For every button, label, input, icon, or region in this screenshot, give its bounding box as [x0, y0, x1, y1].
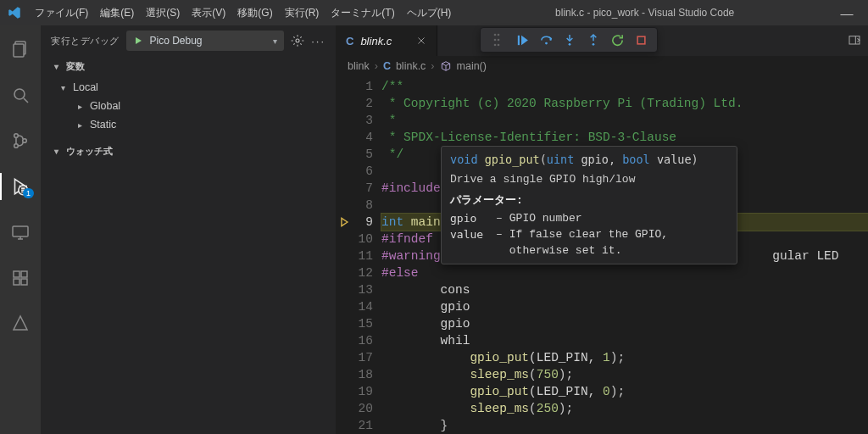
menu-item[interactable]: 編集(E) — [94, 3, 140, 22]
gear-icon[interactable] — [291, 34, 304, 47]
menu-item[interactable]: ヘルプ(H) — [401, 3, 458, 22]
svg-point-4 — [14, 134, 19, 138]
more-icon[interactable]: ··· — [311, 35, 326, 47]
hover-tooltip: void gpio_put(uint gpio, bool value) Dri… — [441, 146, 737, 264]
chevron-right-icon: › — [375, 60, 378, 72]
activity-bar: 1 — [0, 25, 41, 434]
svg-point-19 — [494, 44, 497, 47]
svg-point-6 — [23, 139, 27, 143]
breadcrumb[interactable]: blink › C blink.c › main() — [336, 56, 868, 76]
step-into-button[interactable] — [559, 29, 581, 51]
search-icon[interactable] — [0, 78, 41, 112]
scope-static[interactable]: ▸ Static — [41, 115, 336, 134]
close-icon[interactable] — [416, 36, 426, 46]
svg-rect-14 — [849, 36, 860, 44]
menu-item[interactable]: ターミナル(T) — [325, 3, 400, 22]
svg-line-3 — [24, 98, 28, 103]
svg-point-18 — [498, 39, 500, 42]
step-out-button[interactable] — [582, 29, 604, 51]
debug-config-name: Pico Debug — [150, 35, 203, 47]
debug-toolbar[interactable] — [480, 27, 658, 53]
debug-badge: 1 — [23, 188, 34, 198]
variables-tree: ▾ Local ▸ Global ▸ Static — [41, 76, 336, 141]
scope-local[interactable]: ▾ Local — [41, 78, 336, 97]
svg-point-17 — [494, 39, 497, 42]
play-icon — [133, 36, 143, 46]
title-bar: ファイル(F)編集(E)選択(S)表示(V)移動(G)実行(R)ターミナル(T)… — [0, 0, 868, 25]
svg-rect-1 — [14, 44, 24, 57]
variables-section[interactable]: ▾ 変数 — [41, 56, 336, 76]
minimize-button[interactable]: — — [832, 6, 861, 20]
menu-item[interactable]: ファイル(F) — [29, 3, 94, 22]
svg-point-24 — [593, 43, 595, 46]
svg-point-2 — [14, 89, 25, 99]
svg-rect-8 — [13, 226, 28, 236]
step-over-button[interactable] — [535, 29, 557, 51]
chevron-right-icon: ▸ — [75, 102, 85, 111]
debug-config-select[interactable]: Pico Debug ▾ — [126, 31, 285, 51]
window-title: blink.c - pico_work - Visual Studio Code — [555, 7, 734, 19]
svg-rect-21 — [517, 35, 519, 44]
svg-rect-12 — [21, 279, 27, 285]
editor-area: C blink.c — [336, 25, 868, 434]
vscode-logo-icon — [7, 5, 22, 20]
watch-section[interactable]: ▾ ウォッチ式 — [41, 141, 336, 161]
extensions-icon[interactable] — [0, 261, 41, 295]
svg-point-13 — [296, 39, 299, 42]
chevron-right-icon: › — [431, 60, 434, 72]
menu-item[interactable]: 表示(V) — [186, 3, 231, 22]
svg-rect-25 — [637, 36, 645, 44]
run-debug-icon[interactable]: 1 — [0, 170, 41, 203]
svg-rect-10 — [21, 271, 27, 277]
menu-item[interactable]: 実行(R) — [279, 3, 326, 22]
code-editor[interactable]: 123456789101112131415161718192021 /** * … — [336, 76, 868, 434]
svg-point-16 — [498, 34, 500, 36]
drag-handle-icon[interactable] — [486, 29, 508, 51]
svg-point-20 — [498, 44, 500, 47]
chevron-down-icon: ▾ — [58, 83, 68, 92]
c-file-icon: C — [383, 60, 391, 72]
svg-point-5 — [14, 144, 19, 148]
cmake-icon[interactable] — [0, 307, 41, 341]
side-panel: 実行とデバッグ Pico Debug ▾ ··· ▾ 変数 ▾ Local — [41, 25, 336, 434]
chevron-down-icon: ▾ — [51, 147, 61, 156]
menu-item[interactable]: 移動(G) — [231, 3, 278, 22]
chevron-right-icon: ▸ — [75, 120, 85, 130]
remote-explorer-icon[interactable] — [0, 215, 41, 249]
panel-title: 実行とデバッグ — [51, 35, 120, 47]
continue-button[interactable] — [511, 29, 533, 51]
c-file-icon: C — [346, 35, 353, 47]
symbol-method-icon — [440, 60, 452, 72]
svg-point-15 — [494, 34, 497, 36]
stop-button[interactable] — [630, 29, 652, 51]
source-control-icon[interactable] — [0, 124, 41, 158]
chevron-down-icon: ▾ — [273, 36, 277, 46]
menu-item[interactable]: 選択(S) — [140, 3, 186, 22]
debug-current-line-icon — [339, 216, 351, 228]
svg-point-23 — [569, 43, 571, 46]
scope-global[interactable]: ▸ Global — [41, 97, 336, 115]
restart-button[interactable] — [606, 29, 628, 51]
svg-rect-9 — [14, 271, 19, 277]
tab-blink-c[interactable]: C blink.c — [336, 25, 437, 56]
chevron-down-icon: ▾ — [51, 62, 61, 71]
editor-actions-icon[interactable] — [848, 34, 861, 47]
svg-rect-11 — [14, 279, 19, 285]
svg-point-22 — [545, 42, 548, 44]
explorer-icon[interactable] — [0, 32, 41, 66]
